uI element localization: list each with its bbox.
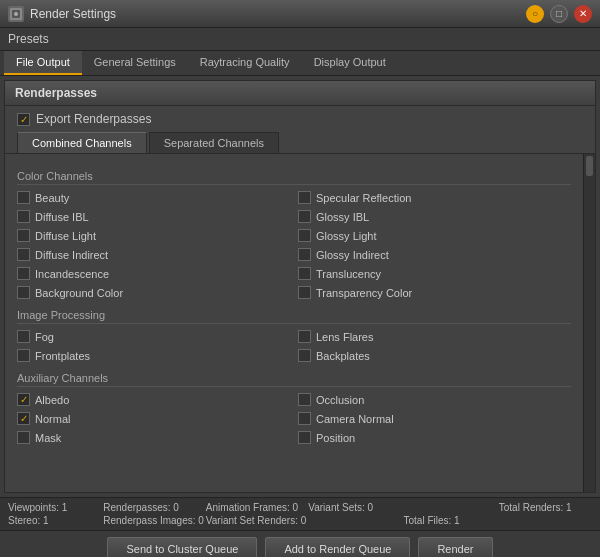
diffuse-ibl-label: Diffuse IBL xyxy=(35,211,89,223)
frontplates-checkbox[interactable] xyxy=(17,349,30,362)
position-label: Position xyxy=(316,432,355,444)
tab-file-output[interactable]: File Output xyxy=(4,51,82,75)
position-checkbox[interactable] xyxy=(298,431,311,444)
list-item: Camera Normal xyxy=(298,410,571,427)
variant-set-renders-status: Variant Set Renders: 0 xyxy=(206,515,306,526)
scrollbar[interactable] xyxy=(583,154,595,492)
occlusion-label: Occlusion xyxy=(316,394,364,406)
tab-combined-channels[interactable]: Combined Channels xyxy=(17,132,147,153)
background-color-label: Background Color xyxy=(35,287,123,299)
camera-normal-checkbox[interactable] xyxy=(298,412,311,425)
list-item: Background Color xyxy=(17,284,290,301)
lens-flares-label: Lens Flares xyxy=(316,331,373,343)
diffuse-indirect-label: Diffuse Indirect xyxy=(35,249,108,261)
list-item: Lens Flares xyxy=(298,328,571,345)
backplates-label: Backplates xyxy=(316,350,370,362)
glossy-light-checkbox[interactable] xyxy=(298,229,311,242)
backplates-checkbox[interactable] xyxy=(298,349,311,362)
export-renderpasses-label: Export Renderpasses xyxy=(36,112,151,126)
title-bar: Render Settings ○ □ ✕ xyxy=(0,0,600,28)
renderpasses-status: Renderpasses: 0 xyxy=(103,502,204,513)
animation-status: Animation Frames: 0 xyxy=(206,502,306,513)
total-renders-status: Total Renders: 1 xyxy=(499,502,592,513)
add-to-render-queue-button[interactable]: Add to Render Queue xyxy=(265,537,410,557)
diffuse-ibl-checkbox[interactable] xyxy=(17,210,30,223)
minimize-button[interactable]: ○ xyxy=(526,5,544,23)
beauty-checkbox[interactable] xyxy=(17,191,30,204)
diffuse-light-checkbox[interactable] xyxy=(17,229,30,242)
glossy-indirect-checkbox[interactable] xyxy=(298,248,311,261)
channel-tabs: Combined Channels Separated Channels xyxy=(5,132,595,154)
rp-images-status: Renderpass Images: 0 xyxy=(103,515,204,526)
translucency-checkbox[interactable] xyxy=(298,267,311,280)
glossy-light-label: Glossy Light xyxy=(316,230,377,242)
channels-scroll-area[interactable]: Color Channels Beauty Specular Reflectio… xyxy=(5,154,583,492)
list-item: Frontplates xyxy=(17,347,290,364)
list-item: Beauty xyxy=(17,189,290,206)
beauty-label: Beauty xyxy=(35,192,69,204)
renderpasses-header: Renderpasses xyxy=(5,81,595,106)
list-item: Mask xyxy=(17,429,290,446)
specular-reflection-label: Specular Reflection xyxy=(316,192,411,204)
mask-checkbox[interactable] xyxy=(17,431,30,444)
close-button[interactable]: ✕ xyxy=(574,5,592,23)
list-item: Fog xyxy=(17,328,290,345)
lens-flares-checkbox[interactable] xyxy=(298,330,311,343)
albedo-label: Albedo xyxy=(35,394,69,406)
window-title: Render Settings xyxy=(30,7,520,21)
list-item: Glossy IBL xyxy=(298,208,571,225)
tab-display-output[interactable]: Display Output xyxy=(302,51,398,75)
bottom-buttons: Send to Cluster Queue Add to Render Queu… xyxy=(0,530,600,557)
list-item: Diffuse Light xyxy=(17,227,290,244)
list-item: Occlusion xyxy=(298,391,571,408)
maximize-button[interactable]: □ xyxy=(550,5,568,23)
tab-raytracing-quality[interactable]: Raytracing Quality xyxy=(188,51,302,75)
auxiliary-channels-grid: Albedo Occlusion Normal Camera Normal Ma… xyxy=(17,391,571,446)
render-button[interactable]: Render xyxy=(418,537,492,557)
fog-checkbox[interactable] xyxy=(17,330,30,343)
transparency-color-checkbox[interactable] xyxy=(298,286,311,299)
list-item: Glossy Indirect xyxy=(298,246,571,263)
color-channels-label: Color Channels xyxy=(17,170,571,185)
list-item: Position xyxy=(298,429,571,446)
translucency-label: Translucency xyxy=(316,268,381,280)
list-item: Translucency xyxy=(298,265,571,282)
list-item: Backplates xyxy=(298,347,571,364)
export-renderpasses-row: Export Renderpasses xyxy=(5,106,595,132)
glossy-ibl-label: Glossy IBL xyxy=(316,211,369,223)
list-item: Specular Reflection xyxy=(298,189,571,206)
list-item: Glossy Light xyxy=(298,227,571,244)
glossy-indirect-label: Glossy Indirect xyxy=(316,249,389,261)
stereo-status: Stereo: 1 xyxy=(8,515,101,526)
albedo-checkbox[interactable] xyxy=(17,393,30,406)
main-content: Renderpasses Export Renderpasses Combine… xyxy=(4,80,596,493)
list-item: Incandescence xyxy=(17,265,290,282)
export-renderpasses-checkbox[interactable] xyxy=(17,113,30,126)
camera-normal-label: Camera Normal xyxy=(316,413,394,425)
list-item: Diffuse Indirect xyxy=(17,246,290,263)
list-item: Albedo xyxy=(17,391,290,408)
normal-label: Normal xyxy=(35,413,70,425)
tab-separated-channels[interactable]: Separated Channels xyxy=(149,132,279,153)
diffuse-indirect-checkbox[interactable] xyxy=(17,248,30,261)
total-files-status: Total Files: 1 xyxy=(404,515,497,526)
color-channels-grid: Beauty Specular Reflection Diffuse IBL G… xyxy=(17,189,571,301)
presets-menu[interactable]: Presets xyxy=(8,32,49,46)
incandescence-label: Incandescence xyxy=(35,268,109,280)
list-item: Transparency Color xyxy=(298,284,571,301)
occlusion-checkbox[interactable] xyxy=(298,393,311,406)
tab-general-settings[interactable]: General Settings xyxy=(82,51,188,75)
svg-point-2 xyxy=(14,12,18,16)
send-to-cluster-queue-button[interactable]: Send to Cluster Queue xyxy=(107,537,257,557)
transparency-color-label: Transparency Color xyxy=(316,287,412,299)
glossy-ibl-checkbox[interactable] xyxy=(298,210,311,223)
background-color-checkbox[interactable] xyxy=(17,286,30,299)
image-processing-grid: Fog Lens Flares Frontplates Backplates xyxy=(17,328,571,364)
variant-sets-status: Variant Sets: 0 xyxy=(308,502,401,513)
fog-label: Fog xyxy=(35,331,54,343)
specular-reflection-checkbox[interactable] xyxy=(298,191,311,204)
main-tabs: File Output General Settings Raytracing … xyxy=(0,51,600,76)
image-processing-label: Image Processing xyxy=(17,309,571,324)
incandescence-checkbox[interactable] xyxy=(17,267,30,280)
normal-checkbox[interactable] xyxy=(17,412,30,425)
